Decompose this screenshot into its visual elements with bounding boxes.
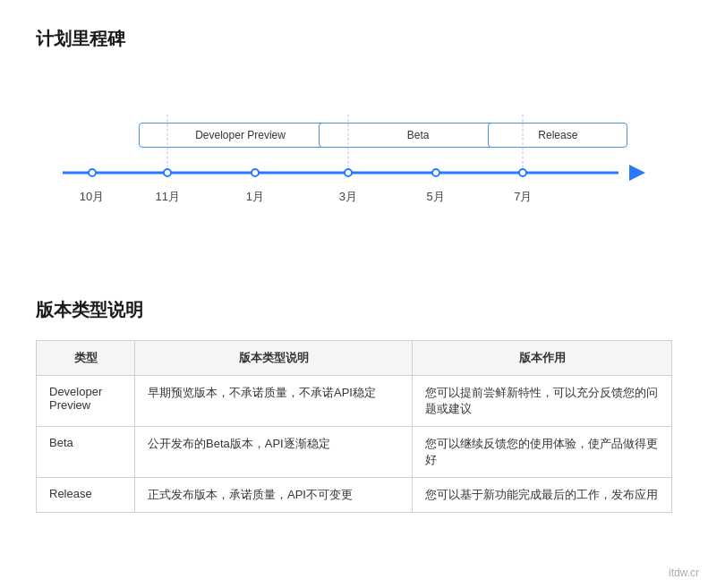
version-table: 类型 版本类型说明 版本作用 Developer Preview 早期预览版本，… — [36, 340, 672, 513]
table-row: Release 正式发布版本，承诺质量，API不可变更 您可以基于新功能完成最后… — [37, 478, 672, 513]
timeline-wrapper: Developer Preview Beta Release — [36, 78, 672, 244]
month-jan: 1月 — [246, 189, 264, 205]
dashed-line-1 — [167, 115, 168, 168]
row-use-beta: 您可以继续反馈您的使用体验，使产品做得更好 — [413, 427, 672, 478]
timeline-section: 计划里程碑 Developer Preview Beta Release — [36, 27, 672, 244]
page-title-2: 版本类型说明 — [36, 298, 672, 322]
timeline-line — [63, 172, 618, 175]
row-type-release: Release — [37, 478, 135, 513]
phase-release: Release — [488, 123, 627, 148]
page-title-1: 计划里程碑 — [36, 27, 672, 51]
dot-jul — [518, 168, 527, 177]
month-may: 5月 — [427, 189, 445, 205]
dashed-line-2 — [347, 115, 348, 168]
row-desc-beta: 公开发布的Beta版本，API逐渐稳定 — [135, 427, 413, 478]
row-use-developer-preview: 您可以提前尝鲜新特性，可以充分反馈您的问题或建议 — [413, 376, 672, 427]
table-row: Developer Preview 早期预览版本，不承诺质量，不承诺API稳定 … — [37, 376, 672, 427]
col-header-use: 版本作用 — [413, 341, 672, 376]
col-header-type: 类型 — [37, 341, 135, 376]
row-desc-developer-preview: 早期预览版本，不承诺质量，不承诺API稳定 — [135, 376, 413, 427]
dot-may — [431, 168, 440, 177]
month-jul: 7月 — [514, 189, 532, 205]
month-nov: 11月 — [155, 189, 179, 205]
timeline-arrow — [629, 165, 645, 181]
dot-oct — [88, 168, 97, 177]
month-mar: 3月 — [339, 189, 357, 205]
phase-developer-preview: Developer Preview — [139, 123, 343, 148]
dot-jan — [251, 168, 260, 177]
dot-mar — [344, 168, 353, 177]
table-row: Beta 公开发布的Beta版本，API逐渐稳定 您可以继续反馈您的使用体验，使… — [37, 427, 672, 478]
row-type-beta: Beta — [37, 427, 135, 478]
row-use-release: 您可以基于新功能完成最后的工作，发布应用 — [413, 478, 672, 513]
month-oct: 10月 — [80, 189, 104, 205]
row-desc-release: 正式发布版本，承诺质量，API不可变更 — [135, 478, 413, 513]
timeline-track — [63, 164, 645, 182]
table-header-row: 类型 版本类型说明 版本作用 — [37, 341, 672, 376]
row-type-developer-preview: Developer Preview — [37, 376, 135, 427]
month-labels: 10月 11月 1月 3月 5月 7月 — [63, 189, 645, 209]
dashed-line-3 — [523, 115, 524, 168]
col-header-desc: 版本类型说明 — [135, 341, 413, 376]
phase-boxes-container: Developer Preview Beta Release — [63, 123, 645, 155]
dot-nov — [163, 168, 172, 177]
table-section: 版本类型说明 类型 版本类型说明 版本作用 Developer Preview … — [36, 298, 672, 513]
